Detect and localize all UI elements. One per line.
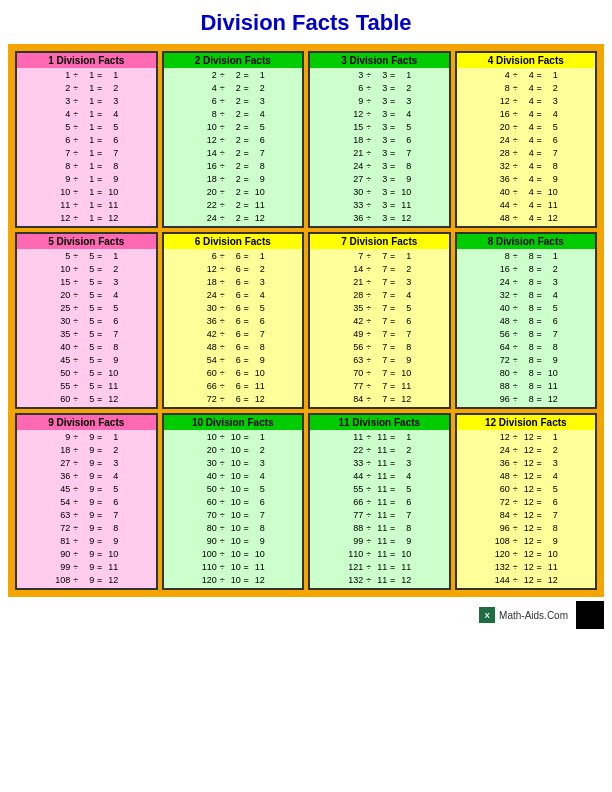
quotient: 6 <box>249 496 265 509</box>
division-symbol: ÷ <box>217 574 225 587</box>
equals-symbol: = <box>94 69 102 82</box>
divisor: 10 <box>225 561 241 574</box>
divisor: 9 <box>78 535 94 548</box>
dividend: 24 <box>347 160 363 173</box>
dividend: 24 <box>494 444 510 457</box>
quotient: 1 <box>395 250 411 263</box>
division-symbol: ÷ <box>70 522 78 535</box>
equals-symbol: = <box>534 354 542 367</box>
division-symbol: ÷ <box>510 341 518 354</box>
divisor: 7 <box>371 263 387 276</box>
division-symbol: ÷ <box>217 341 225 354</box>
quotient: 8 <box>249 341 265 354</box>
table-row: 15÷3=5 <box>312 121 447 134</box>
equals-symbol: = <box>241 121 249 134</box>
table-row: 5÷5=1 <box>19 250 154 263</box>
quotient: 9 <box>102 173 118 186</box>
divisor: 3 <box>371 134 387 147</box>
dividend: 32 <box>494 289 510 302</box>
division-symbol: ÷ <box>70 483 78 496</box>
dividend: 10 <box>201 431 217 444</box>
section-body-9: 9÷9=118÷9=227÷9=336÷9=445÷9=554÷9=663÷9=… <box>17 430 156 588</box>
divisor: 4 <box>518 199 534 212</box>
equals-symbol: = <box>241 160 249 173</box>
table-row: 108÷12=9 <box>459 535 594 548</box>
division-symbol: ÷ <box>70 276 78 289</box>
quotient: 12 <box>395 393 411 406</box>
equals-symbol: = <box>387 134 395 147</box>
equals-symbol: = <box>387 522 395 535</box>
quotient: 9 <box>542 535 558 548</box>
quotient: 5 <box>102 121 118 134</box>
equals-symbol: = <box>94 535 102 548</box>
table-row: 10÷5=2 <box>19 263 154 276</box>
dividend: 80 <box>494 367 510 380</box>
division-symbol: ÷ <box>70 95 78 108</box>
division-symbol: ÷ <box>70 535 78 548</box>
divisor: 1 <box>78 69 94 82</box>
table-row: 30÷5=6 <box>19 315 154 328</box>
dividend: 5 <box>54 250 70 263</box>
divisor: 2 <box>225 186 241 199</box>
divisor: 1 <box>78 212 94 225</box>
division-symbol: ÷ <box>363 160 371 173</box>
divisor: 8 <box>518 315 534 328</box>
table-row: 56÷8=7 <box>459 328 594 341</box>
divisor: 1 <box>78 134 94 147</box>
equals-symbol: = <box>534 574 542 587</box>
quotient: 3 <box>249 457 265 470</box>
equals-symbol: = <box>387 289 395 302</box>
division-symbol: ÷ <box>510 496 518 509</box>
divisor: 7 <box>371 289 387 302</box>
equals-symbol: = <box>534 509 542 522</box>
equals-symbol: = <box>241 354 249 367</box>
quotient: 4 <box>395 108 411 121</box>
table-row: 24÷6=4 <box>166 289 301 302</box>
table-row: 12÷4=3 <box>459 95 594 108</box>
equals-symbol: = <box>241 82 249 95</box>
division-symbol: ÷ <box>217 496 225 509</box>
equals-symbol: = <box>94 212 102 225</box>
section-header-4: 4 Division Facts <box>457 53 596 68</box>
quotient: 3 <box>249 276 265 289</box>
divisor: 11 <box>371 509 387 522</box>
divisor: 2 <box>225 173 241 186</box>
division-symbol: ÷ <box>363 431 371 444</box>
quotient: 4 <box>249 108 265 121</box>
divisor: 1 <box>78 160 94 173</box>
dividend: 60 <box>54 393 70 406</box>
division-symbol: ÷ <box>510 121 518 134</box>
table-row: 14÷2=7 <box>166 147 301 160</box>
quotient: 4 <box>249 470 265 483</box>
equals-symbol: = <box>241 393 249 406</box>
table-row: 8÷8=1 <box>459 250 594 263</box>
dividend: 21 <box>347 276 363 289</box>
dividend: 4 <box>201 82 217 95</box>
table-row: 18÷3=6 <box>312 134 447 147</box>
division-symbol: ÷ <box>217 354 225 367</box>
quotient: 2 <box>249 263 265 276</box>
divisor: 2 <box>225 160 241 173</box>
division-symbol: ÷ <box>363 186 371 199</box>
division-symbol: ÷ <box>510 431 518 444</box>
divisor: 10 <box>225 574 241 587</box>
equals-symbol: = <box>241 212 249 225</box>
quotient: 11 <box>102 561 118 574</box>
divisor: 1 <box>78 95 94 108</box>
quotient: 7 <box>395 509 411 522</box>
divisor: 11 <box>371 561 387 574</box>
section-1: 1 Division Facts1÷1=12÷1=23÷1=34÷1=45÷1=… <box>15 51 158 228</box>
dividend: 48 <box>494 212 510 225</box>
quotient: 9 <box>395 535 411 548</box>
table-row: 4÷1=4 <box>19 108 154 121</box>
quotient: 5 <box>542 121 558 134</box>
division-symbol: ÷ <box>510 315 518 328</box>
division-symbol: ÷ <box>70 108 78 121</box>
equals-symbol: = <box>241 95 249 108</box>
division-symbol: ÷ <box>217 69 225 82</box>
equals-symbol: = <box>387 457 395 470</box>
table-row: 96÷12=8 <box>459 522 594 535</box>
equals-symbol: = <box>534 522 542 535</box>
table-row: 24÷4=6 <box>459 134 594 147</box>
equals-symbol: = <box>241 561 249 574</box>
